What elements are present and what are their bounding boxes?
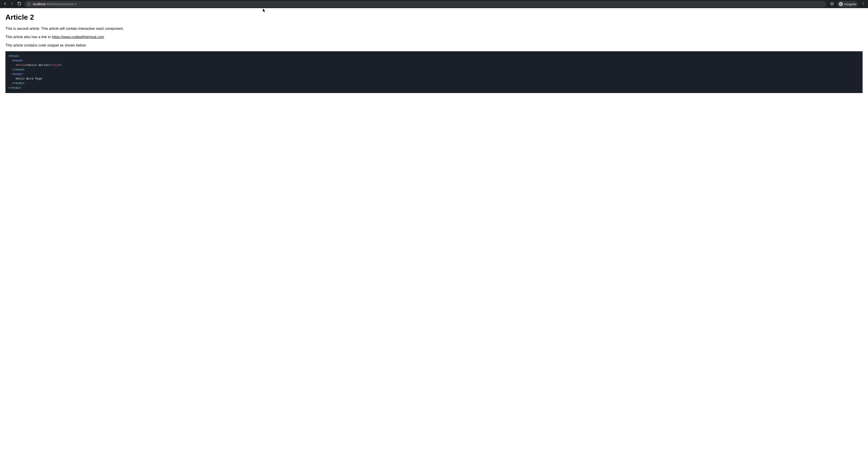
- code-line: </head>: [8, 68, 860, 72]
- code-line: <html>: [8, 54, 860, 59]
- code-line: <head>: [8, 59, 860, 63]
- article-title: Article 2: [5, 13, 863, 22]
- article-paragraph-1: This is second article. This article wil…: [5, 26, 863, 31]
- star-icon: [830, 2, 834, 6]
- article-paragraph-3: This article contains code snippet as sh…: [5, 43, 863, 48]
- incognito-label: Incognito: [844, 2, 856, 6]
- reload-button[interactable]: [16, 1, 23, 7]
- code-snippet: <html> <head> <title>Hello World</title>…: [5, 51, 863, 93]
- forward-button[interactable]: [9, 1, 16, 7]
- paragraph-2-prefix: This article also has a link to: [5, 35, 52, 39]
- code-line: <title>Hello World</title>: [8, 63, 860, 68]
- external-link[interactable]: https://www.codewithshripal.com: [52, 35, 104, 39]
- incognito-indicator[interactable]: Incognito: [837, 1, 858, 7]
- browser-menu-button[interactable]: [860, 1, 866, 7]
- incognito-icon: [839, 2, 843, 6]
- article-paragraph-2: This article also has a link to https://…: [5, 34, 863, 39]
- reload-icon: [18, 2, 22, 6]
- code-line: </body>: [8, 81, 860, 86]
- code-line: </html>: [8, 86, 860, 90]
- browser-toolbar: localhost:4000/articles/article-2 Incogn…: [0, 0, 868, 8]
- code-line: Hello Word Page: [8, 76, 860, 81]
- code-line: <body>: [8, 72, 860, 76]
- arrow-left-icon: [3, 2, 7, 6]
- site-info-icon[interactable]: [27, 2, 31, 6]
- back-button[interactable]: [2, 1, 8, 7]
- address-bar[interactable]: localhost:4000/articles/article-2: [24, 1, 826, 7]
- url-host: localhost: [33, 2, 45, 6]
- page-content: Article 2 This is second article. This a…: [0, 8, 868, 98]
- url-path: :4000/articles/article-2: [45, 2, 76, 6]
- kebab-menu-icon: [861, 2, 865, 6]
- svg-point-7: [863, 4, 863, 5]
- bookmark-button[interactable]: [829, 1, 835, 7]
- svg-marker-4: [831, 2, 834, 5]
- svg-point-5: [863, 2, 863, 3]
- url-text: localhost:4000/articles/article-2: [33, 2, 76, 6]
- arrow-right-icon: [10, 2, 14, 6]
- svg-point-6: [863, 3, 863, 4]
